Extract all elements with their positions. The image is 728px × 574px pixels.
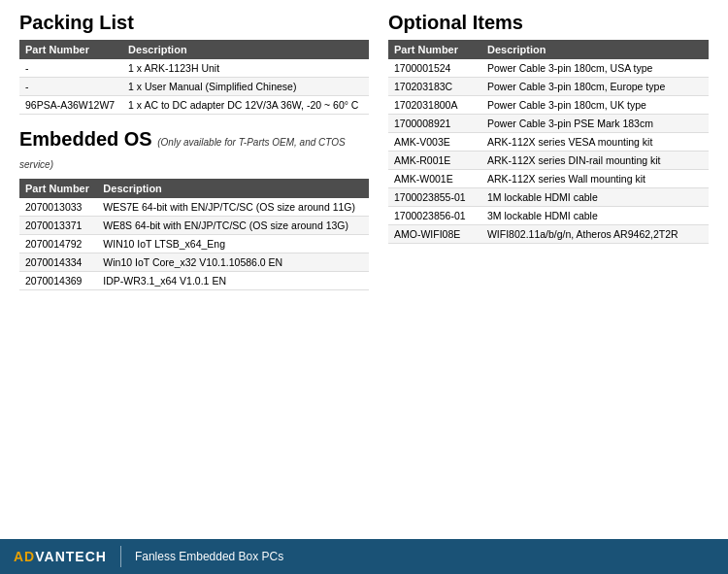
footer-logo: ADVANTECH xyxy=(14,549,107,564)
embedded-os-section: Embedded OS (Only available for T-Parts … xyxy=(19,128,369,290)
left-column: Packing List Part Number Description -1 … xyxy=(19,12,369,304)
footer-text: Fanless Embedded Box PCs xyxy=(135,550,283,563)
packing-list-title: Packing List xyxy=(19,12,369,34)
table-row: -1 x ARK-1123H Unit xyxy=(19,59,369,78)
table-row: -1 x User Manual (Simplified Chinese) xyxy=(19,78,369,96)
footer-logo-adv: AD xyxy=(14,549,35,564)
optional-col-desc: Description xyxy=(481,40,709,59)
table-row: 2070013371WE8S 64-bit with EN/JP/TC/SC (… xyxy=(19,217,369,235)
footer-logo-van: VANTECH xyxy=(35,549,107,564)
table-row: 1700001524Power Cable 3-pin 180cm, USA t… xyxy=(388,59,709,78)
table-row: 1700023856-013M lockable HDMI cable xyxy=(388,207,709,225)
table-row: 2070014792WIN10 IoT LTSB_x64_Eng xyxy=(19,235,369,253)
embedded-os-table: Part Number Description 2070013033WES7E … xyxy=(19,179,369,290)
table-row: AMO-WIFI08EWIFI802.11a/b/g/n, Atheros AR… xyxy=(388,225,709,244)
table-row: 1700023855-011M lockable HDMI cable xyxy=(388,188,709,207)
table-row: 1702031800APower Cable 3-pin 180cm, UK t… xyxy=(388,96,709,115)
os-col-part: Part Number xyxy=(19,179,97,198)
table-row: AMK-R001EARK-112X series DIN-rail mounti… xyxy=(388,152,709,170)
optional-items-title: Optional Items xyxy=(388,12,709,34)
table-row: AMK-W001EARK-112X series Wall mounting k… xyxy=(388,170,709,188)
table-row: AMK-V003EARK-112X series VESA mounting k… xyxy=(388,133,709,152)
optional-items-section: Optional Items Part Number Description 1… xyxy=(388,12,709,244)
packing-list-section: Packing List Part Number Description -1 … xyxy=(19,12,369,115)
table-row: 1700008921Power Cable 3-pin PSE Mark 183… xyxy=(388,115,709,133)
packing-col-desc: Description xyxy=(122,40,369,59)
packing-list-table: Part Number Description -1 x ARK-1123H U… xyxy=(19,40,369,115)
table-row: 2070014369IDP-WR3.1_x64 V1.0.1 EN xyxy=(19,272,369,290)
table-row: 2070013033WES7E 64-bit with EN/JP/TC/SC … xyxy=(19,198,369,217)
footer: ADVANTECH Fanless Embedded Box PCs xyxy=(0,539,728,574)
packing-col-part: Part Number xyxy=(19,40,122,59)
right-column: Optional Items Part Number Description 1… xyxy=(388,12,709,304)
table-row: 96PSA-A36W12W71 x AC to DC adapter DC 12… xyxy=(19,96,369,115)
embedded-os-title: Embedded OS (Only available for T-Parts … xyxy=(19,128,369,173)
footer-divider xyxy=(120,546,121,567)
table-row: 170203183CPower Cable 3-pin 180cm, Europ… xyxy=(388,78,709,96)
table-row: 2070014334Win10 IoT Core_x32 V10.1.10586… xyxy=(19,253,369,272)
os-col-desc: Description xyxy=(97,179,369,198)
optional-col-part: Part Number xyxy=(388,40,481,59)
optional-items-table: Part Number Description 1700001524Power … xyxy=(388,40,709,244)
